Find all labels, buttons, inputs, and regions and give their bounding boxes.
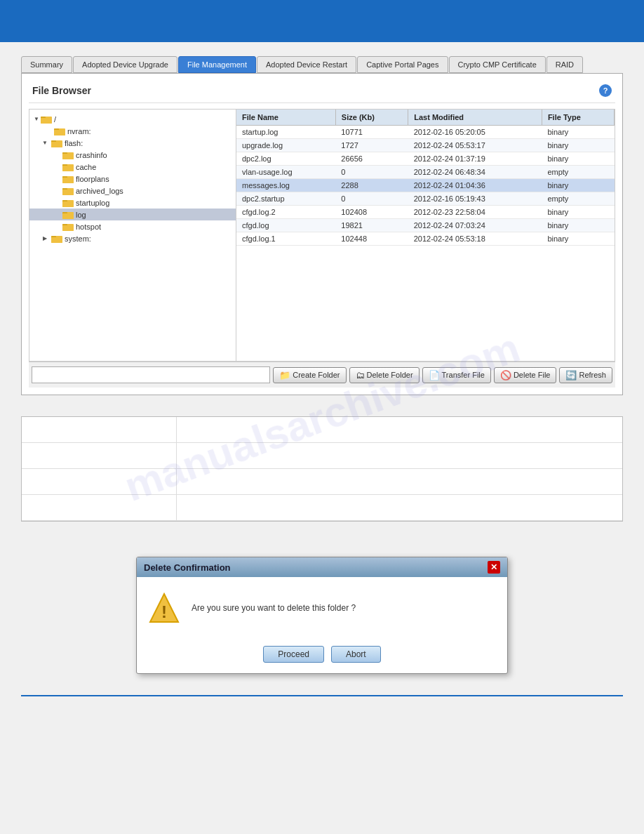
- svg-rect-11: [62, 154, 74, 159]
- file-size: 1727: [335, 139, 408, 152]
- file-name: messages.log: [236, 179, 335, 192]
- delete-folder-button[interactable]: 🗂 Delete Folder: [349, 367, 420, 383]
- system-folder-icon: [51, 234, 62, 243]
- tab-raid[interactable]: RAID: [546, 56, 583, 73]
- root-folder-icon: [41, 114, 52, 124]
- svg-rect-23: [62, 201, 74, 207]
- empty-cell-right: [176, 495, 622, 521]
- file-row[interactable]: upgrade.log 1727 2012-02-24 05:53:17 bin…: [236, 139, 615, 152]
- empty-cell-left: [22, 417, 176, 443]
- file-size: 0: [335, 192, 408, 206]
- root-arrow: ▼: [32, 115, 41, 124]
- log-folder-icon: [62, 210, 74, 219]
- dialog-body: ! Are you sure you want to delete this f…: [137, 577, 507, 639]
- file-name: startup.log: [236, 126, 335, 139]
- tab-adopted-upgrade[interactable]: Adopted Device Upgrade: [73, 56, 177, 73]
- abort-button[interactable]: Abort: [331, 646, 381, 663]
- tab-bar: Summary Adopted Device Upgrade File Mana…: [21, 56, 623, 73]
- delete-file-button[interactable]: 🚫 Delete File: [494, 367, 557, 383]
- svg-rect-20: [62, 190, 74, 195]
- file-size: 102448: [335, 232, 408, 246]
- tree-flash[interactable]: ▼ flash:: [29, 137, 236, 149]
- archived-logs-spacer: [52, 187, 60, 195]
- tree-root[interactable]: ▼ /: [29, 113, 236, 125]
- floorplans-spacer: [52, 175, 60, 183]
- file-row[interactable]: cfgd.log.1 102448 2012-02-24 05:53:18 bi…: [236, 232, 615, 246]
- tree-cache[interactable]: cache: [29, 161, 236, 173]
- refresh-label: Refresh: [579, 371, 606, 379]
- svg-text:!: !: [161, 602, 167, 621]
- svg-rect-5: [54, 130, 65, 135]
- empty-row: [22, 469, 622, 495]
- transfer-file-button[interactable]: 📄 Transfer File: [422, 367, 491, 383]
- file-type: binary: [542, 152, 614, 166]
- crashinfo-label: crashinfo: [76, 151, 107, 159]
- dialog-box: Delete Confirmation ✕ ! Are you sure you…: [136, 557, 508, 674]
- tab-file-management[interactable]: File Management: [178, 56, 256, 73]
- file-row[interactable]: vlan-usage.log 0 2012-02-24 06:48:34 emp…: [236, 166, 615, 179]
- file-name: dpc2.startup: [236, 192, 335, 206]
- refresh-button[interactable]: 🔄 Refresh: [559, 367, 612, 383]
- col-filename: File Name: [236, 110, 335, 126]
- help-icon[interactable]: ?: [599, 84, 612, 97]
- file-name: dpc2.log: [236, 152, 335, 166]
- dialog-close-button[interactable]: ✕: [488, 561, 500, 574]
- tree-archived-logs[interactable]: archived_logs: [29, 185, 236, 197]
- file-name: cfgd.log.1: [236, 232, 335, 246]
- hotspot-label: hotspot: [76, 223, 101, 231]
- archived-logs-label: archived_logs: [76, 187, 123, 195]
- empty-table: [22, 417, 622, 521]
- file-row[interactable]: cfgd.log 19821 2012-02-24 07:03:24 binar…: [236, 219, 615, 232]
- bottom-line: [21, 695, 623, 696]
- root-label: /: [54, 115, 56, 124]
- tab-captive-portal[interactable]: Captive Portal Pages: [357, 56, 448, 73]
- delete-folder-label: Delete Folder: [367, 371, 413, 379]
- file-browser-container: File Browser ? ▼ /: [21, 73, 623, 395]
- file-row[interactable]: startup.log 10771 2012-02-16 05:20:05 bi…: [236, 126, 615, 139]
- cache-folder-icon: [62, 162, 74, 171]
- file-row[interactable]: messages.log 2288 2012-02-24 01:04:36 bi…: [236, 179, 615, 192]
- tab-adopted-restart[interactable]: Adopted Device Restart: [257, 56, 356, 73]
- dialog-message: Are you sure you want to delete this fol…: [192, 603, 356, 613]
- file-type: empty: [542, 192, 614, 206]
- tree-floorplans[interactable]: floorplans: [29, 173, 236, 185]
- file-type: binary: [542, 126, 614, 139]
- transfer-file-icon: 📄: [429, 370, 440, 380]
- tree-log[interactable]: log: [29, 208, 236, 220]
- toolbar-input[interactable]: [32, 366, 270, 383]
- nvram-folder-icon: [54, 126, 65, 135]
- file-row[interactable]: dpc2.log 26656 2012-02-24 01:37:19 binar…: [236, 152, 615, 166]
- file-size: 2288: [335, 179, 408, 192]
- file-row[interactable]: dpc2.startup 0 2012-02-16 05:19:43 empty: [236, 192, 615, 206]
- tab-summary[interactable]: Summary: [21, 56, 72, 73]
- tree-system[interactable]: ▶ system:: [29, 232, 236, 244]
- tree-hotspot[interactable]: hotspot: [29, 220, 236, 232]
- create-folder-button[interactable]: 📁 Create Folder: [273, 367, 346, 383]
- file-name: vlan-usage.log: [236, 166, 335, 179]
- empty-cell-right: [176, 443, 622, 469]
- file-modified: 2012-02-24 01:04:36: [408, 179, 542, 192]
- svg-rect-2: [41, 118, 52, 124]
- tree-nvram[interactable]: nvram:: [29, 125, 236, 137]
- hotspot-folder-icon: [62, 222, 74, 231]
- delete-file-icon: 🚫: [500, 370, 511, 380]
- file-type: binary: [542, 139, 614, 152]
- warning-icon: !: [147, 591, 181, 625]
- floorplans-folder-icon: [62, 174, 74, 183]
- dialog-title: Delete Confirmation: [144, 562, 231, 573]
- tree-startuplog[interactable]: startuplog: [29, 197, 236, 208]
- file-row[interactable]: cfgd.log.2 102408 2012-02-23 22:58:04 bi…: [236, 206, 615, 219]
- tab-crypto-cmp[interactable]: Crypto CMP Certificate: [449, 56, 546, 73]
- create-folder-icon: 📁: [279, 370, 290, 380]
- nvram-label: nvram:: [67, 127, 91, 135]
- svg-rect-29: [62, 225, 74, 231]
- refresh-icon: 🔄: [565, 370, 577, 380]
- proceed-button[interactable]: Proceed: [263, 646, 324, 663]
- file-name: cfgd.log.2: [236, 206, 335, 219]
- col-filetype: File Type: [542, 110, 614, 126]
- empty-cell-left: [22, 443, 176, 469]
- tree-crashinfo[interactable]: crashinfo: [29, 149, 236, 161]
- file-name: cfgd.log: [236, 219, 335, 232]
- svg-rect-17: [62, 178, 74, 183]
- archived-logs-folder-icon: [62, 186, 74, 195]
